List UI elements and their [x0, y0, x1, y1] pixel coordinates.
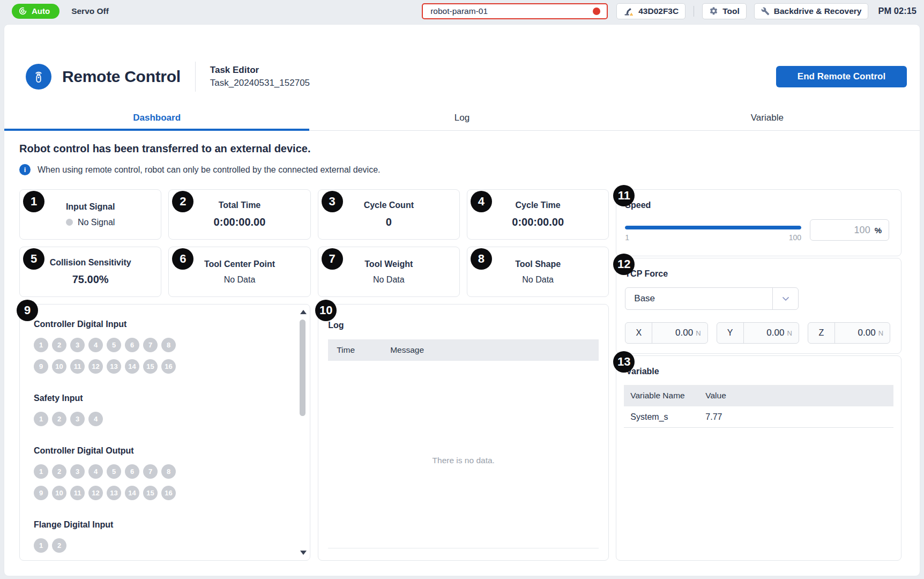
- io-indicator: 4: [88, 338, 103, 352]
- io-indicator: 5: [107, 464, 121, 479]
- backdrive-recovery-button[interactable]: Backdrive & Recovery: [754, 3, 869, 19]
- io-scrollbar[interactable]: [299, 308, 307, 557]
- header-divider: [195, 62, 196, 92]
- speed-value-input[interactable]: 100 %: [810, 219, 889, 241]
- mode-label: Auto: [32, 6, 50, 16]
- variable-col-value: Value: [705, 391, 887, 400]
- io-indicator-row: 910111213141516: [34, 486, 288, 500]
- io-indicator: 9: [34, 486, 48, 500]
- annotation-badge: 9: [17, 300, 38, 321]
- variable-table-row[interactable]: System_s7.77: [624, 406, 893, 428]
- robot-warning-icon: [623, 6, 634, 17]
- force-x-field: X 0.00N: [625, 322, 707, 344]
- wrench-icon: [761, 7, 770, 16]
- io-indicator: 2: [52, 412, 66, 426]
- force-z-field: Z 0.00N: [808, 322, 890, 344]
- task-context: Task Editor Task_20240531_152705: [210, 65, 310, 88]
- scrollbar-thumb[interactable]: [300, 320, 305, 416]
- speed-controls: 1 100 100 %: [625, 219, 889, 242]
- slider-fill: [625, 226, 801, 229]
- log-title: Log: [328, 321, 599, 330]
- dashboard-grid: 1 Input Signal No Signal 2 Total Time 0:…: [19, 189, 901, 561]
- axis-value: 0.00N: [652, 328, 707, 338]
- card-title: Total Time: [219, 201, 261, 210]
- card-value: No Data: [224, 275, 256, 285]
- variable-table-header: Variable Name Value: [624, 385, 893, 406]
- io-indicator: 1: [34, 338, 48, 352]
- io-indicator: 12: [88, 359, 103, 374]
- notice-info: i When using remote control, robot can o…: [19, 164, 901, 175]
- recording-dot-icon: [593, 8, 600, 15]
- tool-button[interactable]: Tool: [702, 3, 747, 19]
- annotation-badge: 3: [322, 191, 343, 212]
- annotation-badge: 10: [315, 300, 337, 321]
- slider-labels: 1 100: [625, 233, 801, 242]
- annotation-badge: 7: [322, 248, 343, 270]
- axis-unit: N: [787, 329, 792, 337]
- axis-label: X: [625, 323, 652, 343]
- log-body: Log Time Message There is no data.: [318, 305, 608, 560]
- speed-unit: %: [875, 226, 882, 235]
- end-remote-control-button[interactable]: End Remote Control: [776, 66, 907, 87]
- axis-value: 0.00N: [835, 328, 890, 338]
- io-indicator: 13: [107, 486, 121, 500]
- speed-panel: 11 Speed 1 100: [616, 189, 901, 256]
- io-indicator: 3: [70, 464, 85, 479]
- clock: PM 02:15: [878, 6, 916, 16]
- device-id-badge[interactable]: 43D02F3C: [616, 3, 685, 19]
- remote-control-icon: [26, 64, 51, 90]
- log-col-message: Message: [390, 345, 590, 355]
- io-indicator: 10: [52, 359, 66, 374]
- io-indicator: 11: [70, 359, 85, 374]
- card-title: Input Signal: [66, 202, 115, 212]
- speed-title: Speed: [625, 201, 889, 210]
- tool-button-label: Tool: [722, 6, 740, 16]
- mode-badge[interactable]: Auto: [12, 4, 59, 19]
- card-value: No Data: [373, 275, 405, 285]
- card-cycle-time: 4 Cycle Time 0:00:00.00: [467, 189, 609, 240]
- io-indicator: 2: [52, 464, 66, 479]
- io-indicator: 12: [88, 486, 103, 500]
- card-title: Cycle Count: [364, 201, 414, 210]
- variable-value: 7.77: [705, 412, 887, 422]
- scroll-down-icon[interactable]: [300, 551, 307, 555]
- io-groups: Controller Digital Input1234567891011121…: [20, 305, 310, 560]
- signal-dot-icon: [66, 219, 73, 226]
- tab-log[interactable]: Log: [309, 105, 614, 130]
- tcp-force-title: TCP Force: [625, 269, 890, 279]
- io-indicator: 16: [161, 486, 176, 500]
- chevron-down-icon: [772, 288, 798, 309]
- variable-title: Variable: [626, 367, 893, 376]
- tab-dashboard[interactable]: Dashboard: [4, 105, 309, 130]
- stat-cards-row-1: 1 Input Signal No Signal 2 Total Time 0:…: [19, 189, 609, 240]
- card-title: Tool Weight: [364, 259, 413, 269]
- frame-select[interactable]: Base: [625, 287, 799, 310]
- io-group: Flange Digital Input12: [34, 520, 288, 553]
- io-group-title: Safety Input: [34, 394, 288, 403]
- dashboard-right: 11 Speed 1 100: [616, 189, 901, 561]
- speed-slider[interactable]: 1 100: [625, 219, 801, 242]
- log-foot-divider: [328, 548, 599, 548]
- io-indicator: 1: [34, 538, 48, 553]
- io-indicator: 5: [107, 338, 121, 352]
- io-indicator: 2: [52, 538, 66, 553]
- program-name: robot-param-01: [430, 6, 488, 16]
- dashboard-left: 1 Input Signal No Signal 2 Total Time 0:…: [19, 189, 609, 561]
- io-indicator-row: 1234: [34, 412, 288, 426]
- card-title: Tool Center Point: [204, 259, 275, 269]
- program-name-field[interactable]: robot-param-01: [422, 3, 608, 19]
- app-header: Remote Control Task Editor Task_20240531…: [4, 25, 920, 105]
- log-table-header: Time Message: [328, 339, 599, 361]
- card-value: 0:00:00.00: [214, 216, 266, 228]
- slider-track[interactable]: [625, 226, 801, 229]
- tab-variable[interactable]: Variable: [615, 105, 920, 130]
- remote-control-screen: Auto Servo Off robot-param-01 43D02F3C: [0, 0, 924, 579]
- scroll-up-icon[interactable]: [300, 310, 307, 314]
- io-indicator: 16: [161, 359, 176, 374]
- signal-status: No Signal: [66, 218, 115, 227]
- stat-cards-row-2: 5 Collision Sensitivity 75.00% 6 Tool Ce…: [19, 247, 609, 297]
- annotation-badge: 8: [471, 248, 492, 270]
- card-tool-weight: 7 Tool Weight No Data: [318, 247, 460, 297]
- tab-bar: Dashboard Log Variable: [4, 105, 920, 131]
- card-value: No Signal: [78, 218, 115, 227]
